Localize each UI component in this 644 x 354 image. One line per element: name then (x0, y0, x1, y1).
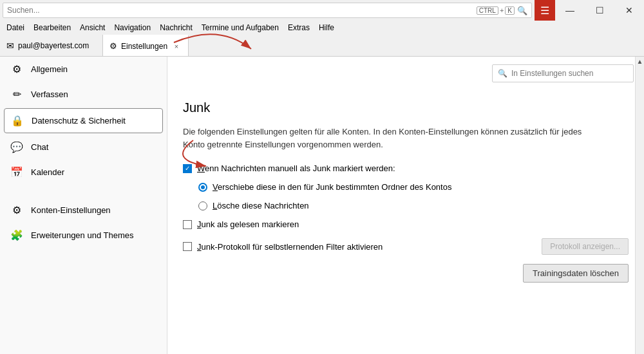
junk-checkbox-row: ✓ Wenn Nachrichten manuell als Junk mark… (183, 163, 629, 173)
section-title: Junk (183, 100, 629, 115)
account-tab[interactable]: ✉ paul@bayertest.com (0, 35, 103, 56)
checkmark-icon: ✓ (185, 165, 190, 172)
radio-delete-row: Lösche diese Nachrichten (198, 201, 629, 210)
sidebar-item-erweiterungen-label: Erweiterungen und Themes (31, 230, 133, 240)
sidebar-item-konten-label: Konten-Einstellungen (31, 205, 111, 215)
tab-bar: ✉ paul@bayertest.com ⚙ Einstellungen × (0, 35, 644, 57)
settings-tab-label: Einstellungen (121, 42, 167, 51)
sidebar-item-konten[interactable]: ⚙ Konten-Einstellungen (0, 198, 167, 223)
read-checkbox-row: Junk als gelesen markieren (183, 219, 629, 229)
sidebar-item-datenschutz-label: Datenschutz & Sicherheit (32, 116, 126, 126)
settings-search-icon: 🔍 (498, 69, 507, 78)
search-icon: 🔍 (517, 6, 527, 15)
ctrl-key: CTRL (477, 6, 498, 15)
settings-tab-close[interactable]: × (171, 41, 182, 51)
sidebar: ⚙ Allgemein ✏ Verfassen 🔒 Datenschutz & … (0, 57, 167, 354)
search-shortcut: CTRL + K (477, 6, 515, 15)
menu-item-termine[interactable]: Termine und Aufgaben (198, 22, 283, 33)
sidebar-item-verfassen-label: Verfassen (31, 89, 68, 99)
sidebar-item-verfassen[interactable]: ✏ Verfassen (0, 82, 167, 107)
main-layout: ⚙ Allgemein ✏ Verfassen 🔒 Datenschutz & … (0, 57, 644, 354)
sidebar-item-datenschutz[interactable]: 🔒 Datenschutz & Sicherheit (4, 108, 163, 133)
scroll-up-icon[interactable]: ▲ (637, 58, 643, 65)
settings-search-input[interactable] (511, 69, 628, 78)
allgemein-icon: ⚙ (10, 63, 23, 75)
description-text: Die folgenden Einstellungen gelten für a… (183, 126, 595, 151)
junk-checkbox-label: Wenn Nachrichten manuell als Junk markie… (197, 163, 395, 173)
radio-delete-label: Lösche diese Nachrichten (213, 201, 309, 210)
account-email: paul@bayertest.com (18, 41, 89, 50)
settings-search-bar[interactable]: 🔍 (492, 64, 634, 82)
junk-label-underline: W (197, 163, 205, 173)
sidebar-item-kalender-label: Kalender (31, 167, 64, 177)
email-icon: ✉ (6, 41, 14, 51)
konten-icon: ⚙ (10, 204, 23, 216)
maximize-button[interactable]: ☐ (585, 0, 614, 21)
protocol-row: Junk-Protokoll für selbstlernenden Filte… (183, 238, 629, 255)
menu-item-extras[interactable]: Extras (284, 22, 314, 33)
search-input[interactable] (7, 6, 477, 15)
scrollbar[interactable]: ▲ (635, 57, 644, 354)
radio-move[interactable] (198, 183, 207, 192)
junk-checkbox[interactable]: ✓ (183, 164, 192, 173)
close-button[interactable]: ✕ (614, 0, 644, 21)
content-area: ▲ 🔍 Junk Die folgenden Einstellungen gel… (167, 57, 644, 354)
sidebar-item-allgemein[interactable]: ⚙ Allgemein (0, 57, 167, 82)
plus-sign: + (500, 6, 504, 14)
datenschutz-icon: 🔒 (11, 115, 24, 127)
menu-button[interactable]: ☰ (535, 0, 555, 21)
protocol-checkbox[interactable] (183, 242, 192, 251)
bottom-section: Trainingsdaten löschen (183, 264, 629, 283)
content-inner: Junk Die folgenden Einstellungen gelten … (167, 57, 644, 295)
menu-item-navigation[interactable]: Navigation (110, 22, 155, 33)
read-checkbox-label: Junk als gelesen markieren (197, 219, 299, 229)
radio-delete[interactable] (198, 201, 207, 210)
k-key: K (505, 6, 515, 15)
menu-item-nachricht[interactable]: Nachricht (156, 22, 196, 33)
titlebar: CTRL + K 🔍 ☰ — ☐ ✕ (0, 0, 644, 21)
settings-gear-icon: ⚙ (109, 41, 117, 51)
sidebar-item-chat[interactable]: 💬 Chat (0, 135, 167, 160)
sidebar-item-erweiterungen[interactable]: 🧩 Erweiterungen und Themes (0, 223, 167, 248)
menu-item-bearbeiten[interactable]: Bearbeiten (30, 22, 75, 33)
minimize-button[interactable]: — (555, 0, 585, 21)
menu-item-datei[interactable]: Datei (3, 22, 28, 33)
menu-item-hilfe[interactable]: Hilfe (315, 22, 338, 33)
radio-move-row: Verschiebe diese in den für Junk bestimm… (198, 182, 629, 192)
sidebar-item-allgemein-label: Allgemein (31, 64, 68, 74)
read-checkbox[interactable] (183, 220, 192, 229)
verfassen-icon: ✏ (10, 88, 23, 100)
menubar: Datei Bearbeiten Ansicht Navigation Nach… (0, 21, 644, 35)
settings-tab[interactable]: ⚙ Einstellungen × (103, 35, 189, 56)
protocol-row-left: Junk-Protokoll für selbstlernenden Filte… (183, 242, 383, 252)
delete-training-button[interactable]: Trainingsdaten löschen (523, 264, 629, 283)
protocol-checkbox-label: Junk-Protokoll für selbstlernenden Filte… (197, 242, 383, 252)
erweiterungen-icon: 🧩 (10, 229, 23, 241)
search-bar[interactable]: CTRL + K 🔍 (3, 3, 532, 18)
show-protocol-button[interactable]: Protokoll anzeigen... (542, 238, 629, 255)
sidebar-item-kalender[interactable]: 📅 Kalender (0, 160, 167, 185)
chat-icon: 💬 (10, 141, 23, 153)
sidebar-item-chat-label: Chat (31, 142, 48, 152)
radio-move-label: Verschiebe diese in den für Junk bestimm… (213, 182, 451, 192)
menu-item-ansicht[interactable]: Ansicht (76, 22, 109, 33)
kalender-icon: 📅 (10, 166, 23, 178)
